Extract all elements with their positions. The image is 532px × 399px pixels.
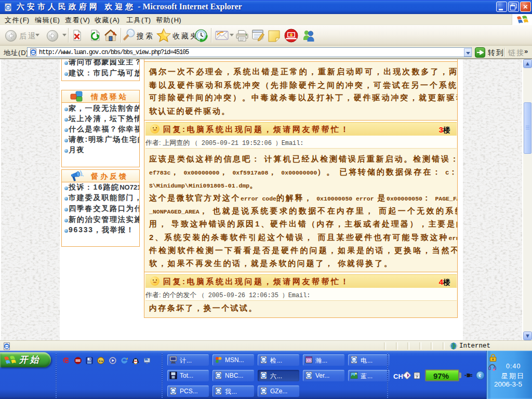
- svg-text:Ue: Ue: [99, 359, 103, 363]
- svg-text:?: ?: [416, 375, 418, 379]
